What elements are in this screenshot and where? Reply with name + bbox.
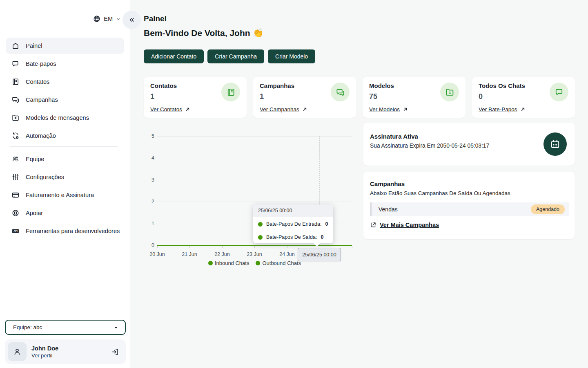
add-contact-button[interactable]: Adicionar Contato <box>144 49 204 63</box>
stat-card-todos-os-chats: Todos Os Chats 0 Ver Bate-Papos <box>472 77 575 118</box>
caret-down-icon <box>113 324 119 331</box>
view-contacts-link[interactable]: Ver Contatos <box>150 106 190 112</box>
settings-sliders-icon <box>11 173 20 181</box>
legend-dot-icon <box>256 261 260 265</box>
support-lifebuoy-icon <box>11 209 20 217</box>
page-title: Painel <box>144 14 167 23</box>
sidebar-nav-secondary: Equipe Configurações Faturamento e Assin… <box>6 151 124 241</box>
tooltip-label: Bate-Papos De Entrada: <box>266 221 322 227</box>
legend-dot-icon <box>208 261 213 265</box>
team-icon <box>11 155 20 163</box>
sidebar-item-configuracoes[interactable]: Configurações <box>6 169 124 185</box>
sidebar-item-label: Configurações <box>26 174 64 180</box>
arrow-up-right-icon <box>302 107 307 112</box>
user-profile[interactable]: John Doe Ver perfil <box>5 339 126 364</box>
svg-text:API: API <box>13 230 18 232</box>
x-tick <box>222 246 223 248</box>
sidebar-collapse-button[interactable] <box>122 11 141 29</box>
user-name: John Doe <box>31 345 58 352</box>
contacts-icon <box>221 83 240 101</box>
sidebar-item-faturamento[interactable]: Faturamento e Assinatura <box>6 187 124 203</box>
sidebar-item-contatos[interactable]: Contatos <box>6 74 124 90</box>
calendar-icon <box>543 132 567 156</box>
y-tick-label: 0 <box>144 242 154 248</box>
stat-card-contatos: Contatos 1 Ver Contatos <box>144 77 247 118</box>
double-chevron-left-icon <box>128 16 136 24</box>
gridline <box>157 202 352 202</box>
chats-line-chart: 5 4 3 2 1 0 20 Jun 21 Jun 22 Jun 23 Jun … <box>144 127 359 270</box>
team-select[interactable]: Equipe: abc <box>5 320 126 335</box>
home-icon <box>11 42 20 50</box>
view-chats-link[interactable]: Ver Bate-Papos <box>479 106 526 112</box>
team-select-value: Equipe: abc <box>13 324 42 330</box>
stat-card-campanhas: Campanhas 1 Ver Campanhas <box>253 77 356 118</box>
welcome-heading: Bem-Vindo De Volta, John 👏 <box>144 28 263 38</box>
templates-icon <box>11 114 20 122</box>
sidebar-item-label: Faturamento e Assinatura <box>26 192 94 198</box>
y-tick-label: 4 <box>144 155 154 161</box>
billing-card-icon <box>11 191 20 199</box>
tooltip-title: 25/06/25 00:00 <box>253 204 333 217</box>
sidebar-item-apoiar[interactable]: Apoiar <box>6 205 124 221</box>
language-label: EM <box>104 16 113 22</box>
series-dot-icon <box>258 235 263 240</box>
view-campaigns-link[interactable]: Ver Campanhas <box>260 106 307 112</box>
x-tick-label: 20 Jun <box>141 251 174 257</box>
subscription-title: Assinatura Ativa <box>370 133 568 140</box>
x-tick-label: 23 Jun <box>238 251 271 257</box>
view-profile-link[interactable]: Ver perfil <box>31 352 58 359</box>
create-template-button[interactable]: Criar Modelo <box>268 49 315 63</box>
sidebar-item-label: Ferramentas para desenvolvedores <box>26 228 120 234</box>
view-more-campaigns-link[interactable]: Ver Mais Campanhas <box>370 222 569 228</box>
y-tick-label: 1 <box>144 221 154 227</box>
series-dot-icon <box>258 222 263 227</box>
automation-icon <box>11 132 20 140</box>
legend-label: Outbound Chats <box>262 260 301 266</box>
chat-icon <box>550 83 568 101</box>
sidebar-item-campanhas[interactable]: Campanhas <box>6 92 124 108</box>
tooltip-label: Bate-Papos De Saída: <box>266 234 317 240</box>
legend-item-outbound[interactable]: Outbound Chats <box>256 260 301 266</box>
logout-button[interactable] <box>111 348 119 356</box>
sidebar-item-label: Campanhas <box>26 96 58 103</box>
arrow-up-right-icon <box>403 107 408 112</box>
sidebar-nav-primary: Painel Bate-papos Contatos Campanhas Mod… <box>6 38 124 146</box>
view-more-campaigns-label: Ver Mais Campanhas <box>380 222 439 228</box>
create-campaign-button[interactable]: Criar Campanha <box>207 49 264 63</box>
sidebar-item-equipe[interactable]: Equipe <box>6 151 124 167</box>
logout-icon <box>111 348 119 356</box>
tooltip-row: Bate-Papos De Entrada: 0 <box>253 217 333 230</box>
stat-link-label: Ver Modelos <box>369 106 400 112</box>
chart-legend: Inbound Chats Outbound Chats <box>157 260 352 266</box>
campaign-row: Vendas Agendado <box>370 202 569 216</box>
sidebar-item-label: Modelos de mensagens <box>26 114 89 121</box>
sidebar-item-modelos[interactable]: Modelos de mensagens <box>6 110 124 126</box>
sidebar-item-label: Contatos <box>26 79 49 85</box>
subscription-expiry: Sua Assinatura Expira Em 2050-05-24 05:0… <box>370 143 568 149</box>
tooltip-value: 0 <box>321 234 323 240</box>
campaign-name: Vendas <box>379 206 398 213</box>
stat-link-label: Ver Contatos <box>150 106 182 112</box>
sidebar: EM Painel Bate-papos Contatos Campanhas … <box>0 0 130 368</box>
arrow-up-right-icon <box>185 107 190 112</box>
chart-crosshair-label: 25/06/25 00:00 <box>298 248 341 261</box>
sidebar-item-label: Equipe <box>26 156 44 162</box>
sidebar-item-painel[interactable]: Painel <box>6 38 124 54</box>
sidebar-divider <box>10 146 118 147</box>
campaigns-panel: Campanhas Abaixo Estão Suas Campanhas De… <box>363 172 575 239</box>
campaigns-panel-subtitle: Abaixo Estão Suas Campanhas De Saída Ou … <box>370 190 569 196</box>
legend-label: Inbound Chats <box>215 260 249 266</box>
campaigns-icon <box>11 96 20 104</box>
view-templates-link[interactable]: Ver Modelos <box>369 106 408 112</box>
x-tick <box>189 246 190 248</box>
sidebar-item-ferramentas-dev[interactable]: API Ferramentas para desenvolvedores <box>6 223 124 239</box>
stat-link-label: Ver Bate-Papos <box>479 106 517 112</box>
status-badge: Agendado <box>531 204 565 214</box>
y-tick-label: 3 <box>144 177 154 183</box>
sidebar-item-automacao[interactable]: Automação <box>6 128 124 144</box>
globe-icon <box>93 15 101 23</box>
language-selector[interactable]: EM <box>93 15 121 23</box>
x-tick-label: 22 Jun <box>206 251 238 257</box>
sidebar-item-bate-papos[interactable]: Bate-papos <box>6 56 124 72</box>
legend-item-inbound[interactable]: Inbound Chats <box>208 260 249 266</box>
